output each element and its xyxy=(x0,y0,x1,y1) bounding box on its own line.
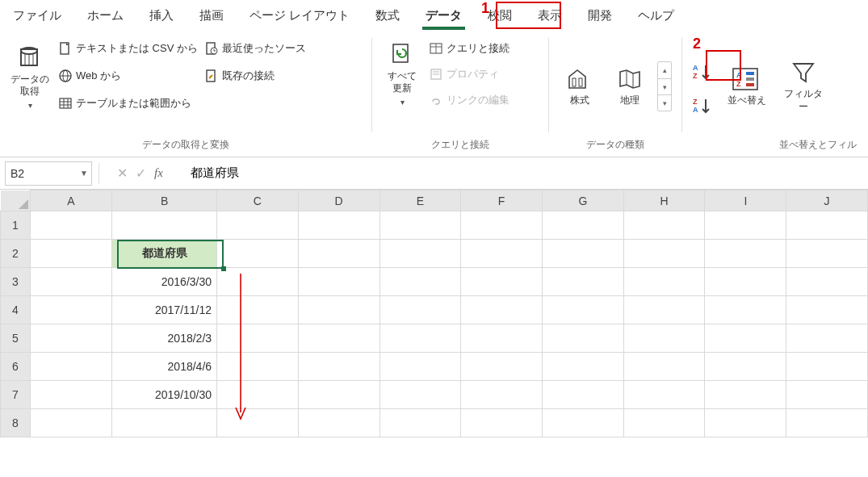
cell-I7[interactable] xyxy=(705,381,786,409)
sort-button[interactable]: AZ 並べ替え xyxy=(723,64,771,109)
col-header-J[interactable]: J xyxy=(786,190,868,211)
cell-B4[interactable]: 2017/11/12 xyxy=(112,296,217,324)
cell-A6[interactable] xyxy=(30,353,112,381)
get-data-button[interactable]: データの 取得 ▾ xyxy=(8,35,52,112)
cell-D3[interactable] xyxy=(298,268,379,296)
gallery-up-button[interactable]: ▴ xyxy=(658,62,671,78)
menu-developer[interactable]: 開発 xyxy=(586,5,614,27)
cell-H6[interactable] xyxy=(623,353,705,381)
menu-help[interactable]: ヘルプ xyxy=(636,5,676,27)
cell-F2[interactable] xyxy=(461,240,543,268)
cell-G3[interactable] xyxy=(543,268,624,296)
cell-F4[interactable] xyxy=(461,296,543,324)
cell-B7[interactable]: 2019/10/30 xyxy=(112,381,217,409)
sort-descending-button[interactable]: ZA xyxy=(690,95,715,116)
cell-E2[interactable] xyxy=(379,240,461,268)
row-header-7[interactable]: 7 xyxy=(1,381,31,409)
row-header-2[interactable]: 2 xyxy=(1,240,31,268)
cell-E5[interactable] xyxy=(379,324,461,353)
cell-B8[interactable] xyxy=(112,409,217,437)
cell-C8[interactable] xyxy=(217,409,299,437)
spreadsheet-grid[interactable]: A B C D E F G H I J 1 2都道府県 32016/3/30 4… xyxy=(0,190,868,437)
cell-J8[interactable] xyxy=(786,409,868,437)
from-web-button[interactable]: Web から xyxy=(58,67,198,85)
cell-I5[interactable] xyxy=(705,324,786,353)
row-header-4[interactable]: 4 xyxy=(1,296,31,324)
cell-H3[interactable] xyxy=(623,268,705,296)
filter-button[interactable]: フィルター xyxy=(779,57,828,115)
row-header-6[interactable]: 6 xyxy=(1,353,31,381)
row-header-1[interactable]: 1 xyxy=(1,211,31,240)
properties-button[interactable]: プロパティ xyxy=(429,65,509,83)
select-all-corner[interactable] xyxy=(1,190,31,211)
fill-handle[interactable] xyxy=(221,266,226,271)
refresh-all-button[interactable]: すべて 更新 ▾ xyxy=(380,35,424,109)
cell-C3[interactable] xyxy=(217,268,299,296)
cell-J3[interactable] xyxy=(786,268,868,296)
cell-G1[interactable] xyxy=(543,211,624,240)
cell-G8[interactable] xyxy=(543,409,624,437)
menu-insert[interactable]: 挿入 xyxy=(148,5,175,27)
menu-review[interactable]: 校閲 xyxy=(486,5,514,27)
cell-D1[interactable] xyxy=(298,211,379,240)
cell-E6[interactable] xyxy=(379,353,461,381)
menu-view[interactable]: 表示 xyxy=(536,5,564,27)
cell-D2[interactable] xyxy=(298,240,379,268)
cell-E8[interactable] xyxy=(379,409,461,437)
col-header-C[interactable]: C xyxy=(217,190,299,211)
col-header-G[interactable]: G xyxy=(543,190,624,211)
col-header-E[interactable]: E xyxy=(379,190,461,211)
cell-I8[interactable] xyxy=(705,409,786,437)
cell-E1[interactable] xyxy=(379,211,461,240)
cell-B1[interactable] xyxy=(112,211,217,240)
fx-icon[interactable]: fx xyxy=(154,166,163,180)
cell-F8[interactable] xyxy=(461,409,543,437)
menu-formulas[interactable]: 数式 xyxy=(374,5,401,27)
gallery-down-button[interactable]: ▾ xyxy=(658,78,671,94)
cancel-icon[interactable]: ✕ xyxy=(117,165,128,181)
col-header-F[interactable]: F xyxy=(461,190,543,211)
cell-A2[interactable] xyxy=(30,240,112,268)
cell-I1[interactable] xyxy=(705,211,786,240)
cell-C2[interactable] xyxy=(217,240,299,268)
cell-C5[interactable] xyxy=(217,324,299,353)
cell-A4[interactable] xyxy=(30,296,112,324)
cell-D8[interactable] xyxy=(298,409,379,437)
sort-ascending-button[interactable]: AZ xyxy=(690,61,715,82)
row-header-3[interactable]: 3 xyxy=(1,268,31,296)
row-header-5[interactable]: 5 xyxy=(1,324,31,353)
col-header-I[interactable]: I xyxy=(705,190,786,211)
cell-F6[interactable] xyxy=(461,353,543,381)
cell-J6[interactable] xyxy=(786,353,868,381)
geography-button[interactable]: 地理 xyxy=(607,64,652,109)
cell-B5[interactable]: 2018/2/3 xyxy=(112,324,217,353)
cell-F1[interactable] xyxy=(461,211,543,240)
cell-A8[interactable] xyxy=(30,409,112,437)
cell-E4[interactable] xyxy=(379,296,461,324)
cell-F3[interactable] xyxy=(461,268,543,296)
cell-A7[interactable] xyxy=(30,381,112,409)
col-header-D[interactable]: D xyxy=(298,190,379,211)
cell-J7[interactable] xyxy=(786,381,868,409)
cell-I4[interactable] xyxy=(705,296,786,324)
cell-B2[interactable]: 都道府県 xyxy=(112,240,217,268)
enter-icon[interactable]: ✓ xyxy=(136,165,146,181)
col-header-B[interactable]: B xyxy=(112,190,217,211)
cell-J5[interactable] xyxy=(786,324,868,353)
cell-F7[interactable] xyxy=(461,381,543,409)
cell-B3[interactable]: 2016/3/30 xyxy=(112,268,217,296)
cell-H4[interactable] xyxy=(623,296,705,324)
cell-I6[interactable] xyxy=(705,353,786,381)
menu-home[interactable]: ホーム xyxy=(86,5,125,27)
edit-links-button[interactable]: リンクの編集 xyxy=(429,91,509,109)
cell-D6[interactable] xyxy=(298,353,379,381)
menu-page-layout[interactable]: ページ レイアウト xyxy=(248,5,351,27)
cell-D4[interactable] xyxy=(298,296,379,324)
cell-H1[interactable] xyxy=(623,211,705,240)
cell-C6[interactable] xyxy=(217,353,299,381)
cell-J2[interactable] xyxy=(786,240,868,268)
menu-file[interactable]: ファイル xyxy=(11,5,63,27)
cell-C7[interactable] xyxy=(217,381,299,409)
cell-E7[interactable] xyxy=(379,381,461,409)
recent-sources-button[interactable]: 最近使ったソース xyxy=(204,40,306,57)
